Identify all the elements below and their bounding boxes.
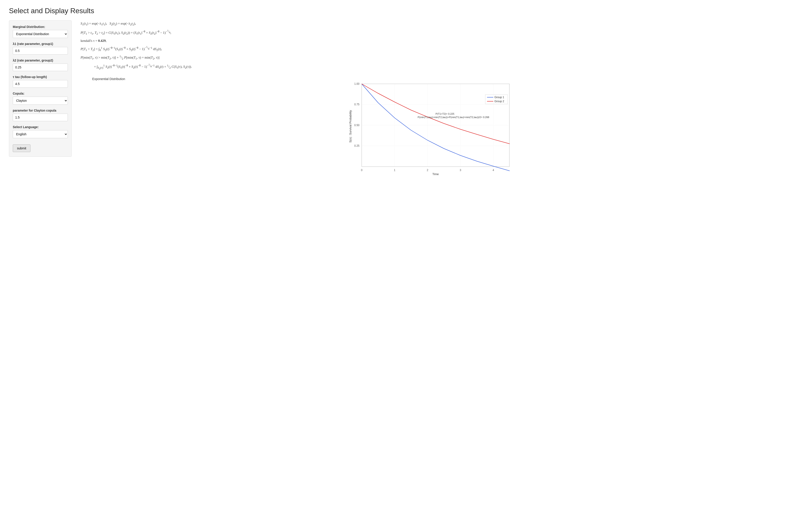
formula-area: S1(t1) = exp(−λ1t1), S2(t2) = exp(−λ2t2)… (80, 20, 786, 71)
formula-line4: P[T1 > T2] = ∫01 S2(t)−θ−1(S1(t)−θ + S2(… (80, 45, 786, 53)
formula-line6: = ∫S2(τ)1 S2(t)−θ−1(S1(t)−θ + S2(t)−θ − … (80, 62, 786, 71)
formula-line3: kendall's τ = 0.429, (80, 38, 786, 44)
copula-param-label: parameter for Clayton copula (13, 109, 68, 112)
page-title: Select and Display Results (9, 7, 786, 15)
content-area: S1(t1) = exp(−λ1t1), S2(t2) = exp(−λ2t2)… (80, 20, 786, 175)
main-layout: Marginal Distribution: Exponential Distr… (9, 20, 786, 175)
language-select[interactable]: English French Spanish (13, 130, 68, 138)
svg-text:1: 1 (394, 169, 396, 172)
chart-wrap: 1.00 0.75 0.50 0.25 0 1 2 3 4 Time S(x) … (80, 82, 786, 175)
legend-label-group1: Group 1 (494, 96, 504, 99)
formula-line5: P[min(T1, τ) > min(T2, τ)] + 1/2 P[min(T… (80, 54, 786, 61)
tau-input[interactable] (13, 80, 68, 88)
formula-line1: S1(t1) = exp(−λ1t1), S2(t2) = exp(−λ2t2)… (80, 20, 786, 27)
annotation-pt1t2: P(T1>T2)= 0.225 (436, 113, 454, 115)
copula-select[interactable]: Clayton Gumbel Frank (13, 97, 68, 104)
chart-svg: 1.00 0.75 0.50 0.25 0 1 2 3 4 Time S(x) … (80, 82, 786, 175)
svg-text:S(x) : Survival Probability: S(x) : Survival Probability (349, 110, 352, 143)
svg-text:0.25: 0.25 (354, 144, 360, 147)
tau-group: τ tau (follow-up length) (13, 75, 68, 88)
copula-group: Copula: Clayton Gumbel Frank (13, 92, 68, 104)
legend-label-group2: Group 2 (494, 100, 504, 103)
kendall-tau-value: 0.429 (98, 39, 106, 42)
language-group: Select Language: English French Spanish (13, 125, 68, 138)
marginal-dist-group: Marginal Distribution: Exponential Distr… (13, 25, 68, 38)
svg-text:Time: Time (432, 172, 439, 175)
language-label: Select Language: (13, 125, 68, 129)
lambda2-label: λ2 (rate parameter, group2) (13, 59, 68, 62)
marginal-dist-select[interactable]: Exponential Distribution Weibull Distrib… (13, 30, 68, 38)
svg-text:0.75: 0.75 (354, 103, 360, 106)
svg-text:0: 0 (361, 169, 363, 172)
tau-label: τ tau (follow-up length) (13, 75, 68, 79)
copula-param-input[interactable] (13, 114, 68, 121)
copula-param-group: parameter for Clayton copula (13, 109, 68, 121)
chart-container: Exponential Distribution (80, 77, 786, 175)
lambda1-input[interactable] (13, 47, 68, 55)
svg-text:2: 2 (427, 169, 428, 172)
sidebar-panel: Marginal Distribution: Exponential Distr… (9, 20, 72, 157)
svg-text:4: 4 (493, 169, 494, 172)
svg-text:1.00: 1.00 (354, 82, 360, 86)
copula-label: Copula: (13, 92, 68, 95)
lambda2-input[interactable] (13, 63, 68, 71)
submit-button[interactable]: submit (13, 145, 31, 152)
svg-text:0.50: 0.50 (354, 124, 360, 127)
formula-line2: P[T1 > t1, T2 > t2] = C(S1(t1), S2(t2)) … (80, 28, 786, 37)
chart-title: Exponential Distribution (92, 77, 786, 81)
lambda1-group: λ1 (rate parameter, group1) (13, 42, 68, 55)
lambda2-group: λ2 (rate parameter, group2) (13, 59, 68, 71)
svg-text:3: 3 (460, 169, 461, 172)
lambda1-label: λ1 (rate parameter, group1) (13, 42, 68, 45)
marginal-dist-label: Marginal Distribution: (13, 25, 68, 28)
annotation-min: P(min(T1,tau)>min(T2,tau))+P(min(T1,tau)… (418, 116, 489, 118)
